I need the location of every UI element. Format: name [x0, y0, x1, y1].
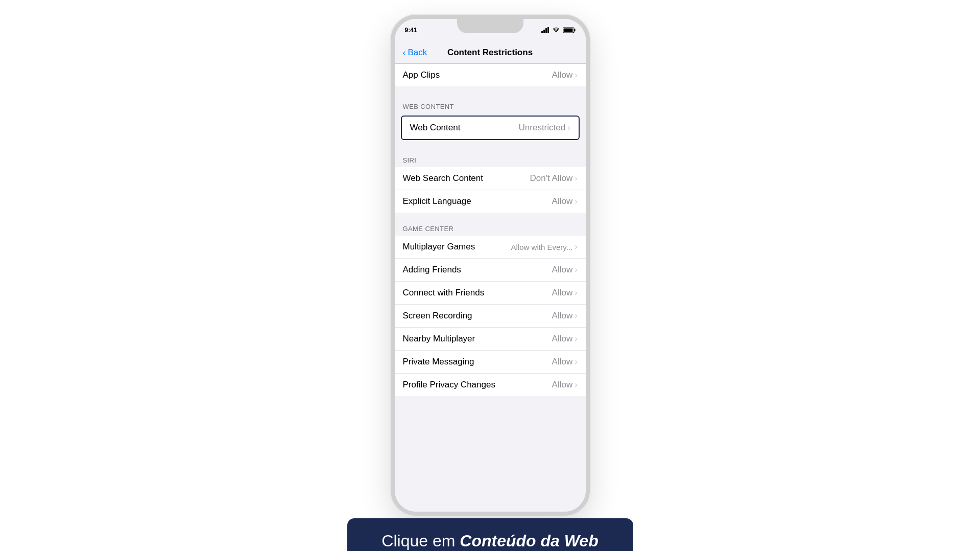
multiplayer-games-right: Allow with Every... › — [511, 242, 578, 251]
app-clips-value: Allow — [552, 70, 573, 80]
gap-2 — [395, 144, 586, 148]
screen-recording-right: Allow › — [552, 311, 578, 321]
phone-wrapper: 9:41 — [391, 15, 590, 536]
signal-icon — [541, 27, 549, 33]
profile-privacy-chevron-icon: › — [575, 380, 577, 389]
app-clips-right: Allow › — [552, 70, 578, 80]
notch — [457, 19, 523, 33]
nav-bar: ‹ Back Content Restrictions — [395, 41, 586, 64]
profile-privacy-item[interactable]: Profile Privacy Changes Allow › — [395, 374, 586, 396]
profile-privacy-label: Profile Privacy Changes — [403, 380, 495, 390]
multiplayer-games-label: Multiplayer Games — [403, 242, 475, 252]
private-messaging-label: Private Messaging — [403, 357, 474, 367]
private-messaging-item[interactable]: Private Messaging Allow › — [395, 351, 586, 374]
web-content-item[interactable]: Web Content Unrestricted › — [401, 116, 580, 140]
gap-1 — [395, 90, 586, 95]
profile-privacy-value: Allow — [552, 380, 573, 390]
web-content-right: Unrestricted › — [519, 123, 570, 133]
wifi-icon — [552, 27, 560, 33]
svg-rect-2 — [545, 28, 547, 33]
tooltip-italic-text: Conteúdo da Web — [460, 532, 598, 550]
gap-3 — [395, 213, 586, 217]
web-search-item[interactable]: Web Search Content Don't Allow › — [395, 167, 586, 190]
svg-rect-1 — [543, 30, 545, 33]
svg-rect-5 — [574, 29, 575, 32]
app-clips-section: App Clips Allow › — [395, 64, 586, 86]
tooltip-banner: Clique em Conteúdo da Web — [347, 518, 633, 551]
status-time: 9:41 — [405, 27, 417, 34]
explicit-language-value: Allow — [552, 196, 573, 206]
screen-recording-value: Allow — [552, 311, 573, 321]
private-messaging-chevron-icon: › — [575, 357, 577, 366]
adding-friends-item[interactable]: Adding Friends Allow › — [395, 259, 586, 282]
screen-recording-item[interactable]: Screen Recording Allow › — [395, 305, 586, 328]
nearby-multiplayer-item[interactable]: Nearby Multiplayer Allow › — [395, 328, 586, 351]
status-bar: 9:41 — [395, 19, 586, 41]
back-label[interactable]: Back — [408, 48, 427, 58]
nearby-multiplayer-right: Allow › — [552, 334, 578, 344]
game-center-list: Multiplayer Games Allow with Every... › … — [395, 236, 586, 396]
siri-section: SIRI Web Search Content Don't Allow › Ex… — [395, 148, 586, 213]
app-clips-label: App Clips — [403, 70, 440, 80]
page-title: Content Restrictions — [447, 48, 533, 58]
connect-friends-right: Allow › — [552, 288, 578, 298]
app-clips-item[interactable]: App Clips Allow › — [395, 64, 586, 86]
multiplayer-games-value: Allow with Every... — [511, 243, 573, 251]
web-content-value: Unrestricted — [519, 123, 566, 133]
private-messaging-value: Allow — [552, 357, 573, 367]
explicit-language-right: Allow › — [552, 196, 578, 206]
web-search-right: Don't Allow › — [530, 173, 578, 183]
battery-icon — [563, 27, 576, 33]
adding-friends-right: Allow › — [552, 265, 578, 275]
web-search-label: Web Search Content — [403, 173, 484, 183]
connect-friends-value: Allow — [552, 288, 573, 298]
app-clips-chevron-icon: › — [575, 71, 577, 80]
tooltip-text: Clique em Conteúdo da Web — [366, 531, 615, 551]
web-content-header: WEB CONTENT — [395, 95, 586, 113]
web-content-label: Web Content — [410, 123, 461, 133]
nearby-multiplayer-label: Nearby Multiplayer — [403, 334, 475, 344]
connect-friends-chevron-icon: › — [575, 288, 577, 297]
game-center-header: GAME CENTER — [395, 217, 586, 236]
tooltip-prefix: Clique em — [381, 532, 460, 550]
explicit-language-item[interactable]: Explicit Language Allow › — [395, 190, 586, 213]
back-chevron-icon: ‹ — [403, 48, 406, 57]
adding-friends-chevron-icon: › — [575, 265, 577, 274]
connect-friends-label: Connect with Friends — [403, 288, 485, 298]
game-center-section: GAME CENTER Multiplayer Games Allow with… — [395, 217, 586, 396]
nearby-multiplayer-chevron-icon: › — [575, 334, 577, 343]
web-search-chevron-icon: › — [575, 174, 577, 183]
phone-frame: 9:41 — [391, 15, 590, 516]
svg-rect-3 — [547, 27, 549, 33]
multiplayer-games-item[interactable]: Multiplayer Games Allow with Every... › — [395, 236, 586, 259]
siri-list: Web Search Content Don't Allow › Explici… — [395, 167, 586, 213]
back-button[interactable]: ‹ Back — [403, 48, 427, 58]
content-area: App Clips Allow › WEB CONTENT Web Conten… — [395, 64, 586, 512]
adding-friends-label: Adding Friends — [403, 265, 461, 275]
connect-friends-item[interactable]: Connect with Friends Allow › — [395, 282, 586, 305]
private-messaging-right: Allow › — [552, 357, 578, 367]
explicit-language-chevron-icon: › — [575, 197, 577, 206]
adding-friends-value: Allow — [552, 265, 573, 275]
web-content-section: WEB CONTENT Web Content Unrestricted › — [395, 95, 586, 144]
svg-rect-6 — [563, 29, 572, 32]
screen-recording-label: Screen Recording — [403, 311, 472, 321]
siri-header: SIRI — [395, 148, 586, 167]
screen-recording-chevron-icon: › — [575, 311, 577, 320]
web-search-value: Don't Allow — [530, 173, 573, 183]
profile-privacy-right: Allow › — [552, 380, 578, 390]
explicit-language-label: Explicit Language — [403, 196, 471, 206]
web-content-chevron-icon: › — [567, 123, 570, 132]
multiplayer-games-chevron-icon: › — [575, 242, 577, 251]
status-icons — [541, 27, 576, 33]
svg-rect-0 — [541, 31, 543, 33]
nearby-multiplayer-value: Allow — [552, 334, 573, 344]
